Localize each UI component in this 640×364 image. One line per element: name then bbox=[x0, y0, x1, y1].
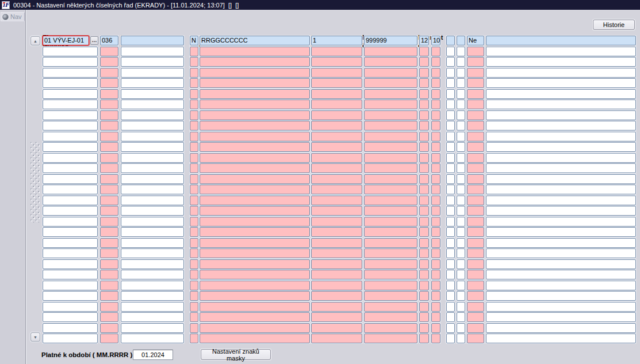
cell-do_rr[interactable] bbox=[457, 227, 465, 237]
cell-ekonom[interactable] bbox=[43, 68, 98, 78]
cell-poznamka[interactable] bbox=[486, 36, 636, 45]
cell-uloha[interactable] bbox=[100, 142, 118, 152]
cell-ekonom[interactable] bbox=[43, 238, 98, 248]
cell-od_rr[interactable] bbox=[431, 153, 440, 163]
cell-maximum[interactable] bbox=[364, 334, 417, 343]
cell-minimum[interactable] bbox=[311, 174, 362, 184]
cell-maska[interactable] bbox=[200, 196, 310, 205]
cell-maximum[interactable] bbox=[364, 227, 417, 237]
cell-poznamka[interactable] bbox=[486, 206, 636, 216]
cell-maska[interactable] bbox=[200, 217, 310, 227]
cell-maximum[interactable] bbox=[364, 89, 417, 99]
cell-uloha[interactable] bbox=[100, 312, 118, 322]
cell-do_rr[interactable] bbox=[457, 206, 465, 216]
cell-minimum[interactable] bbox=[311, 238, 362, 248]
cell-ekonom[interactable] bbox=[43, 110, 98, 120]
cell-tisk[interactable] bbox=[467, 270, 484, 279]
cell-od_mm[interactable] bbox=[419, 142, 429, 152]
cell-od_mm[interactable]: 12 bbox=[419, 36, 429, 45]
cell-typ[interactable] bbox=[190, 323, 198, 333]
cell-uloha[interactable] bbox=[100, 68, 118, 78]
cell-polozka[interactable] bbox=[121, 57, 184, 67]
cell-maximum[interactable] bbox=[364, 47, 417, 56]
cell-do_mm[interactable] bbox=[446, 312, 455, 322]
cell-od_rr[interactable] bbox=[431, 99, 440, 109]
cell-poznamka[interactable] bbox=[486, 185, 636, 194]
cell-maska[interactable] bbox=[200, 259, 310, 269]
cell-maska[interactable] bbox=[200, 163, 310, 173]
cell-typ[interactable] bbox=[190, 302, 198, 312]
cell-do_mm[interactable] bbox=[446, 185, 455, 194]
cell-maska[interactable] bbox=[200, 281, 310, 290]
cell-tisk[interactable] bbox=[467, 206, 484, 216]
cell-od_mm[interactable] bbox=[419, 227, 429, 237]
cell-uloha[interactable] bbox=[100, 238, 118, 248]
cell-polozka[interactable] bbox=[121, 323, 184, 333]
mask-settings-button[interactable]: Nastavení znaků masky bbox=[201, 349, 271, 360]
cell-maska[interactable] bbox=[200, 68, 310, 78]
cell-maximum[interactable] bbox=[364, 248, 417, 258]
cell-poznamka[interactable] bbox=[486, 323, 636, 333]
cell-do_mm[interactable] bbox=[446, 270, 455, 279]
cell-od_rr[interactable] bbox=[431, 47, 440, 56]
cell-minimum[interactable] bbox=[311, 291, 362, 301]
cell-do_rr[interactable] bbox=[457, 121, 465, 131]
cell-tisk[interactable] bbox=[467, 259, 484, 269]
cell-ekonom[interactable] bbox=[43, 206, 98, 216]
cell-poznamka[interactable] bbox=[486, 121, 636, 131]
cell-typ[interactable] bbox=[190, 281, 198, 290]
cell-do_mm[interactable] bbox=[446, 121, 455, 131]
cell-maximum[interactable] bbox=[364, 78, 417, 88]
cell-tisk[interactable] bbox=[467, 291, 484, 301]
cell-do_mm[interactable] bbox=[446, 334, 455, 343]
cell-od_rr[interactable] bbox=[431, 185, 440, 194]
cell-typ[interactable] bbox=[190, 206, 198, 216]
cell-ekonom[interactable] bbox=[43, 259, 98, 269]
cell-maska[interactable] bbox=[200, 142, 310, 152]
cell-minimum[interactable] bbox=[311, 47, 362, 56]
cell-minimum[interactable] bbox=[311, 196, 362, 205]
cell-od_rr[interactable] bbox=[431, 89, 440, 99]
cell-uloha[interactable] bbox=[100, 281, 118, 290]
cell-minimum[interactable] bbox=[311, 89, 362, 99]
cell-ekonom[interactable]: 01 VÝV-EJ-01 bbox=[43, 36, 89, 45]
cell-ekonom[interactable] bbox=[43, 291, 98, 301]
cell-typ[interactable] bbox=[190, 217, 198, 227]
cell-maximum[interactable] bbox=[364, 270, 417, 279]
cell-do_mm[interactable] bbox=[446, 259, 455, 269]
cell-do_rr[interactable] bbox=[457, 323, 465, 333]
cell-uloha[interactable] bbox=[100, 248, 118, 258]
cell-polozka[interactable] bbox=[121, 259, 184, 269]
cell-ekonom[interactable] bbox=[43, 185, 98, 194]
cell-polozka[interactable] bbox=[121, 132, 184, 141]
cell-do_mm[interactable] bbox=[446, 323, 455, 333]
cell-polozka[interactable] bbox=[121, 206, 184, 216]
cell-polozka[interactable] bbox=[121, 238, 184, 248]
cell-od_rr[interactable] bbox=[431, 259, 440, 269]
cell-typ[interactable] bbox=[190, 259, 198, 269]
cell-od_rr[interactable] bbox=[431, 142, 440, 152]
cell-od_rr[interactable] bbox=[431, 217, 440, 227]
cell-do_rr[interactable] bbox=[457, 36, 465, 45]
cell-maximum[interactable] bbox=[364, 68, 417, 78]
cell-tisk[interactable] bbox=[467, 153, 484, 163]
cell-maska[interactable] bbox=[200, 291, 310, 301]
cell-do_rr[interactable] bbox=[457, 163, 465, 173]
cell-maximum[interactable] bbox=[364, 99, 417, 109]
cell-maska[interactable] bbox=[200, 153, 310, 163]
cell-ekonom[interactable] bbox=[43, 270, 98, 279]
cell-typ[interactable] bbox=[190, 68, 198, 78]
cell-od_rr[interactable] bbox=[431, 121, 440, 131]
cell-do_mm[interactable] bbox=[446, 89, 455, 99]
cell-od_rr[interactable] bbox=[431, 57, 440, 67]
cell-uloha[interactable] bbox=[100, 132, 118, 141]
cell-maska[interactable] bbox=[200, 89, 310, 99]
cell-maska[interactable] bbox=[200, 99, 310, 109]
cell-minimum[interactable] bbox=[311, 206, 362, 216]
cell-minimum[interactable] bbox=[311, 259, 362, 269]
cell-ekonom[interactable] bbox=[43, 163, 98, 173]
cell-od_rr[interactable] bbox=[431, 312, 440, 322]
cell-maximum[interactable] bbox=[364, 323, 417, 333]
cell-tisk[interactable] bbox=[467, 248, 484, 258]
cell-maximum[interactable] bbox=[364, 121, 417, 131]
